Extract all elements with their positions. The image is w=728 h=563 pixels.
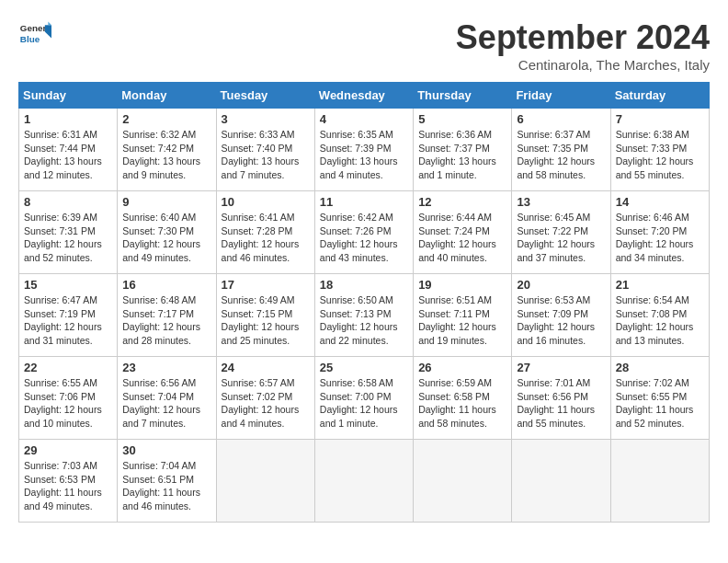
cell-info-line: Daylight: 12 hours — [222, 321, 300, 332]
cell-info-line: Sunrise: 6:36 AM — [418, 129, 492, 140]
cell-info: Sunrise: 7:01 AMSunset: 6:56 PMDaylight:… — [517, 376, 605, 431]
cell-info-line: Sunrise: 7:01 AM — [517, 377, 590, 388]
table-row: 25Sunrise: 6:58 AMSunset: 7:00 PMDayligh… — [314, 357, 413, 440]
cell-info-line: and 1 minute. — [418, 169, 477, 180]
table-row: 20Sunrise: 6:53 AMSunset: 7:09 PMDayligh… — [512, 274, 610, 357]
header-sunday: Sunday — [19, 83, 118, 109]
day-number: 22 — [24, 361, 112, 374]
cell-info-line: Sunset: 6:55 PM — [616, 391, 688, 402]
cell-info: Sunrise: 6:49 AMSunset: 7:15 PMDaylight:… — [222, 293, 310, 348]
cell-info-line: and 25 minutes. — [222, 335, 290, 346]
calendar-header: Sunday Monday Tuesday Wednesday Thursday… — [19, 83, 710, 109]
cell-info-line: and 40 minutes. — [418, 252, 487, 263]
day-number: 16 — [122, 278, 210, 292]
table-row: 15Sunrise: 6:47 AMSunset: 7:19 PMDayligh… — [19, 274, 118, 357]
day-number: 7 — [616, 112, 704, 126]
table-row — [512, 440, 610, 523]
table-row: 17Sunrise: 6:49 AMSunset: 7:15 PMDayligh… — [216, 274, 314, 357]
svg-text:Blue: Blue — [20, 34, 40, 44]
cell-info: Sunrise: 6:33 AMSunset: 7:40 PMDaylight:… — [222, 128, 310, 182]
logo-icon: General Blue — [18, 18, 51, 52]
cell-info-line: Sunrise: 6:31 AM — [24, 129, 97, 140]
cell-info-line: Daylight: 12 hours — [320, 238, 398, 249]
cell-info-line: Sunrise: 6:37 AM — [517, 129, 590, 140]
cell-info-line: Daylight: 12 hours — [418, 321, 496, 332]
cell-info-line: Sunset: 7:09 PM — [517, 308, 588, 319]
cell-info-line: and 9 minutes. — [122, 169, 186, 180]
cell-info-line: Sunset: 7:40 PM — [222, 143, 293, 154]
cell-info-line: and 7 minutes. — [222, 169, 285, 180]
table-row: 1Sunrise: 6:31 AMSunset: 7:44 PMDaylight… — [19, 109, 118, 191]
cell-info-line: Sunset: 7:19 PM — [24, 308, 96, 319]
cell-info-line: Sunrise: 6:38 AM — [616, 129, 689, 140]
cell-info: Sunrise: 6:50 AMSunset: 7:13 PMDaylight:… — [320, 293, 408, 348]
cell-info-line: Daylight: 13 hours — [222, 155, 300, 167]
table-row: 24Sunrise: 6:57 AMSunset: 7:02 PMDayligh… — [216, 357, 314, 440]
day-number: 30 — [122, 443, 210, 457]
cell-info-line: and 46 minutes. — [222, 252, 290, 263]
header-tuesday: Tuesday — [216, 83, 314, 109]
cell-info-line: Sunrise: 6:59 AM — [418, 377, 492, 388]
cell-info-line: and 31 minutes. — [24, 335, 93, 346]
calendar-body: 1Sunrise: 6:31 AMSunset: 7:44 PMDaylight… — [19, 109, 710, 523]
cell-info-line: Sunset: 7:13 PM — [320, 308, 392, 319]
cell-info: Sunrise: 7:03 AMSunset: 6:53 PMDaylight:… — [24, 459, 112, 513]
table-row: 27Sunrise: 7:01 AMSunset: 6:56 PMDayligh… — [512, 357, 610, 440]
day-number: 21 — [616, 278, 704, 292]
table-row: 10Sunrise: 6:41 AMSunset: 7:28 PMDayligh… — [216, 191, 314, 274]
cell-info: Sunrise: 6:46 AMSunset: 7:20 PMDaylight:… — [616, 211, 704, 265]
table-row: 6Sunrise: 6:37 AMSunset: 7:35 PMDaylight… — [512, 109, 610, 191]
day-number: 4 — [320, 112, 408, 126]
cell-info: Sunrise: 6:54 AMSunset: 7:08 PMDaylight:… — [616, 293, 704, 348]
cell-info-line: and 52 minutes. — [24, 252, 93, 263]
day-number: 8 — [24, 195, 112, 209]
day-number: 24 — [222, 361, 310, 374]
day-number: 25 — [320, 361, 408, 374]
table-row: 8Sunrise: 6:39 AMSunset: 7:31 PMDaylight… — [19, 191, 118, 274]
cell-info-line: and 43 minutes. — [320, 252, 389, 263]
cell-info-line: Sunset: 7:00 PM — [320, 391, 392, 402]
cell-info-line: Sunset: 7:37 PM — [418, 143, 490, 154]
cell-info-line: Daylight: 12 hours — [616, 321, 694, 332]
cell-info-line: Daylight: 11 hours — [517, 404, 595, 415]
cell-info-line: and 13 minutes. — [616, 335, 685, 346]
day-number: 26 — [418, 361, 506, 374]
cell-info-line: Daylight: 13 hours — [418, 155, 496, 167]
cell-info-line: Daylight: 12 hours — [418, 238, 496, 249]
cell-info: Sunrise: 6:35 AMSunset: 7:39 PMDaylight:… — [320, 128, 408, 182]
table-row — [414, 440, 512, 523]
day-number: 23 — [122, 361, 210, 374]
day-number: 18 — [320, 278, 408, 292]
cell-info-line: Daylight: 12 hours — [320, 321, 398, 332]
cell-info-line: and 4 minutes. — [222, 418, 285, 429]
cell-info-line: Daylight: 12 hours — [24, 321, 102, 332]
calendar-table: Sunday Monday Tuesday Wednesday Thursday… — [18, 82, 710, 523]
cell-info-line: Sunrise: 6:46 AM — [616, 212, 689, 223]
cell-info-line: Daylight: 12 hours — [24, 238, 102, 249]
cell-info-line: Sunrise: 6:33 AM — [222, 129, 295, 140]
cell-info: Sunrise: 6:45 AMSunset: 7:22 PMDaylight:… — [517, 211, 605, 265]
cell-info-line: and 55 minutes. — [616, 169, 685, 180]
cell-info-line: Sunrise: 6:44 AM — [418, 212, 492, 223]
cell-info: Sunrise: 6:37 AMSunset: 7:35 PMDaylight:… — [517, 128, 605, 182]
cell-info-line: Sunset: 7:33 PM — [616, 143, 688, 154]
cell-info-line: Sunset: 7:44 PM — [24, 143, 96, 154]
cell-info-line: and 34 minutes. — [616, 252, 685, 263]
table-row: 4Sunrise: 6:35 AMSunset: 7:39 PMDaylight… — [314, 109, 413, 191]
cell-info: Sunrise: 6:39 AMSunset: 7:31 PMDaylight:… — [24, 211, 112, 265]
cell-info-line: Sunset: 7:06 PM — [24, 391, 96, 402]
cell-info-line: Sunrise: 6:58 AM — [320, 377, 393, 388]
cell-info-line: Daylight: 12 hours — [517, 155, 595, 167]
cell-info-line: Daylight: 12 hours — [24, 404, 102, 415]
cell-info-line: Sunrise: 6:51 AM — [418, 294, 492, 305]
calendar-title: September 2024 — [456, 18, 710, 57]
cell-info-line: and 55 minutes. — [517, 418, 586, 429]
cell-info-line: Sunrise: 6:53 AM — [517, 294, 590, 305]
table-row: 9Sunrise: 6:40 AMSunset: 7:30 PMDaylight… — [118, 191, 216, 274]
cell-info-line: Sunset: 7:39 PM — [320, 143, 392, 154]
cell-info-line: Sunrise: 6:47 AM — [24, 294, 97, 305]
table-row: 3Sunrise: 6:33 AMSunset: 7:40 PMDaylight… — [216, 109, 314, 191]
table-row — [314, 440, 413, 523]
cell-info-line: Sunset: 7:31 PM — [24, 225, 96, 236]
cell-info-line: Daylight: 11 hours — [418, 404, 496, 415]
